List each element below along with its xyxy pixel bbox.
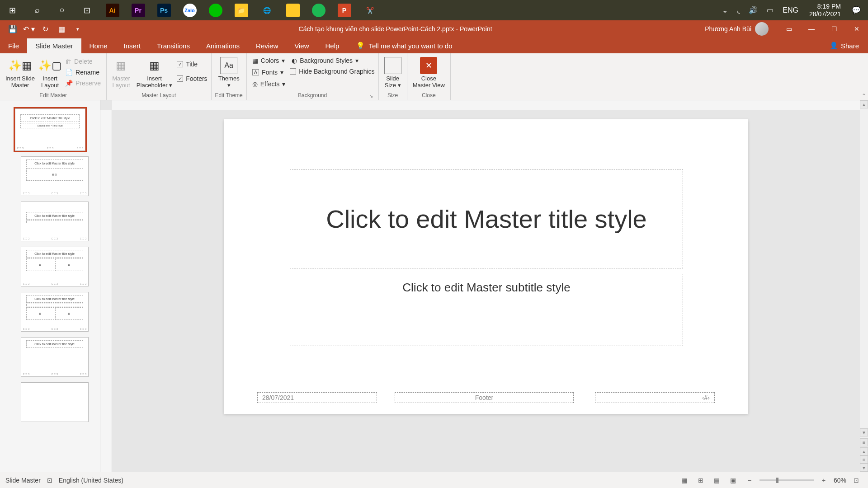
group-close: ✕Close Master View Close bbox=[407, 53, 451, 100]
slideshow-button[interactable]: ▦ bbox=[53, 20, 70, 38]
colors-icon: ▦ bbox=[252, 57, 258, 64]
slide-number-placeholder[interactable]: ‹#› bbox=[595, 392, 715, 403]
cortana-icon[interactable]: ○ bbox=[50, 0, 75, 20]
tab-slide-master[interactable]: Slide Master bbox=[27, 38, 81, 53]
zoom-out-button[interactable]: − bbox=[743, 475, 756, 486]
delete-button[interactable]: 🗑Delete bbox=[63, 57, 103, 66]
edge-app[interactable]: 🌐 bbox=[254, 0, 280, 20]
master-thumbnail[interactable]: Click to edit Master title style Second … bbox=[15, 108, 85, 151]
zoom-in-button[interactable]: + bbox=[817, 475, 830, 486]
footer-placeholder[interactable]: Footer bbox=[395, 392, 574, 403]
snip-app[interactable]: ✂️ bbox=[357, 0, 383, 20]
language-indicator[interactable]: ENG bbox=[780, 6, 801, 14]
status-language[interactable]: English (United States) bbox=[59, 477, 123, 484]
tell-me-search[interactable]: 💡 Tell me what you want to do bbox=[352, 38, 457, 53]
tab-view[interactable]: View bbox=[286, 38, 317, 53]
dialog-launcher[interactable]: ↘ bbox=[369, 94, 373, 99]
normal-view-button[interactable]: ▦ bbox=[678, 475, 691, 486]
rename-button[interactable]: 📄Rename bbox=[63, 68, 103, 77]
fit-to-window-button[interactable]: ⊡ bbox=[850, 475, 863, 486]
accessibility-icon[interactable]: ⊡ bbox=[47, 477, 52, 484]
zoom-level[interactable]: 60% bbox=[834, 477, 846, 484]
tray-expand-icon[interactable]: ⌄ bbox=[719, 6, 731, 14]
layout-thumbnail[interactable] bbox=[21, 382, 89, 422]
vertical-ruler[interactable] bbox=[100, 110, 112, 472]
spotify-app[interactable] bbox=[306, 0, 331, 20]
explorer-app[interactable]: 📁 bbox=[228, 0, 254, 20]
collapse-ribbon-button[interactable]: ⌃ bbox=[862, 93, 866, 99]
layout-thumbnail[interactable]: Click to edit Master title style bbox=[21, 202, 89, 241]
slide-canvas[interactable]: Click to edit Master title style Click t… bbox=[224, 119, 748, 414]
qat-customize-button[interactable]: ▾ bbox=[70, 20, 86, 38]
system-clock[interactable]: 8:19 PM 28/07/2021 bbox=[805, 3, 845, 18]
title-placeholder[interactable]: Click to edit Master title style bbox=[290, 169, 683, 268]
app-titlebar: 💾 ↶ ▾ ↻ ▦ ▾ Cách tạo khung viền cho slid… bbox=[0, 20, 868, 38]
zalo-app[interactable]: Zalo bbox=[177, 0, 203, 20]
volume-icon[interactable]: 🔊 bbox=[746, 6, 760, 14]
battery-icon[interactable]: ▭ bbox=[764, 6, 776, 14]
status-bar: Slide Master ⊡ English (United States) ▦… bbox=[0, 472, 868, 488]
layout-thumbnail[interactable]: Click to edit Master title style▦ ▤ bbox=[21, 156, 89, 196]
vertical-scrollbar[interactable]: ▲ ▼ ≡ ▲ ≡ ▼ bbox=[860, 100, 868, 472]
zoom-slider[interactable] bbox=[760, 479, 814, 481]
horizontal-ruler[interactable] bbox=[112, 100, 860, 110]
date-placeholder[interactable]: 28/07/2021 bbox=[257, 392, 377, 403]
ribbon-options-button[interactable]: ▭ bbox=[778, 20, 800, 38]
group-label: Background↘ bbox=[250, 91, 375, 100]
share-button[interactable]: 👤 Share bbox=[821, 38, 868, 53]
layout-thumbnail[interactable]: Click to edit Master title style▦▦ bbox=[21, 247, 89, 286]
layout-thumbnail[interactable]: Click to edit Master title style▦▦ bbox=[21, 292, 89, 332]
line-app[interactable] bbox=[203, 0, 228, 20]
background-styles-button[interactable]: ◐Background Styles ▾ bbox=[290, 56, 374, 65]
illustrator-app[interactable]: Ai bbox=[99, 0, 125, 20]
hide-bg-checkbox[interactable]: Hide Background Graphics bbox=[290, 68, 374, 75]
tab-file[interactable]: File bbox=[0, 38, 27, 53]
reading-view-button[interactable]: ▤ bbox=[711, 475, 723, 486]
search-icon[interactable]: ⌕ bbox=[25, 0, 50, 20]
colors-button[interactable]: ▦Colors ▾ bbox=[250, 56, 288, 65]
close-button[interactable]: ✕ bbox=[845, 20, 868, 38]
themes-button[interactable]: AaThemes▾ bbox=[217, 56, 241, 89]
layout-thumbnail[interactable]: Click to edit Master title style bbox=[21, 337, 89, 377]
preserve-button[interactable]: 📌Preserve bbox=[63, 79, 103, 88]
master-layout-button[interactable]: ▦Master Layout bbox=[110, 56, 132, 89]
fonts-icon: A bbox=[252, 69, 259, 75]
title-checkbox[interactable]: ✓Title bbox=[177, 61, 207, 68]
tab-transitions[interactable]: Transitions bbox=[149, 38, 198, 53]
user-name[interactable]: Phương Anh Bùi bbox=[705, 25, 751, 33]
tab-animations[interactable]: Animations bbox=[198, 38, 248, 53]
fonts-button[interactable]: AFonts ▾ bbox=[250, 68, 288, 77]
subtitle-placeholder[interactable]: Click to edit Master subtitle style bbox=[290, 274, 683, 346]
slide-sorter-button[interactable]: ⊞ bbox=[694, 475, 707, 486]
maximize-button[interactable]: ☐ bbox=[823, 20, 845, 38]
slideshow-view-button[interactable]: ▣ bbox=[727, 475, 740, 486]
tab-help[interactable]: Help bbox=[317, 38, 348, 53]
tab-review[interactable]: Review bbox=[248, 38, 286, 53]
save-button[interactable]: 💾 bbox=[5, 20, 21, 38]
preserve-icon: 📌 bbox=[65, 80, 73, 87]
wifi-icon[interactable]: ◟ bbox=[734, 6, 742, 14]
photoshop-app[interactable]: Ps bbox=[151, 0, 177, 20]
insert-slide-master-button[interactable]: ✨▦Insert Slide Master bbox=[4, 56, 37, 89]
insert-placeholder-button[interactable]: ▦Insert Placeholder ▾ bbox=[135, 56, 174, 89]
start-button[interactable]: ⊞ bbox=[0, 0, 25, 20]
insert-layout-button[interactable]: ✨▢Insert Layout bbox=[39, 56, 61, 89]
premiere-app[interactable]: Pr bbox=[125, 0, 151, 20]
canvas-area: ▲ ▼ ≡ ▲ ≡ ▼ Click to edit Master title s… bbox=[100, 100, 868, 472]
close-master-view-button[interactable]: ✕Close Master View bbox=[411, 56, 447, 89]
thumbnail-panel[interactable]: Click to edit Master title style Second … bbox=[0, 100, 100, 472]
minimize-button[interactable]: ― bbox=[800, 20, 823, 38]
effects-button[interactable]: ◎Effects ▾ bbox=[250, 80, 288, 89]
undo-button[interactable]: ↶ ▾ bbox=[21, 20, 37, 38]
redo-button[interactable]: ↻ bbox=[37, 20, 53, 38]
powerpoint-app[interactable]: P bbox=[331, 0, 357, 20]
avatar[interactable] bbox=[755, 22, 769, 36]
task-view-icon[interactable]: ⊡ bbox=[75, 0, 99, 20]
notes-app[interactable] bbox=[280, 0, 306, 20]
tab-home[interactable]: Home bbox=[81, 38, 116, 53]
footers-checkbox[interactable]: ✓Footers bbox=[177, 75, 207, 82]
notifications-icon[interactable]: 💬 bbox=[849, 6, 863, 14]
slide-size-button[interactable]: Slide Size ▾ bbox=[382, 56, 403, 89]
tab-insert[interactable]: Insert bbox=[116, 38, 149, 53]
group-master-layout: ▦Master Layout ▦Insert Placeholder ▾ ✓Ti… bbox=[107, 53, 211, 100]
